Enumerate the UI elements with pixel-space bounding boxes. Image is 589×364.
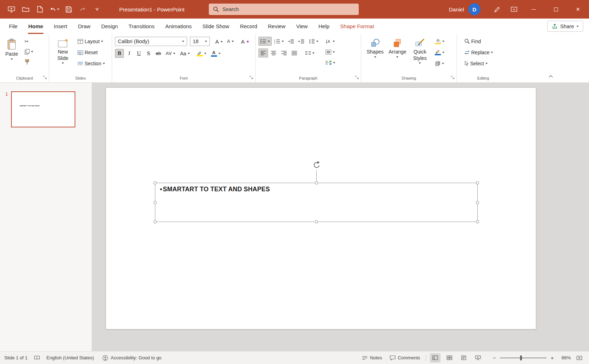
bold-button[interactable]: B — [115, 49, 124, 58]
resize-handle-ne[interactable] — [476, 181, 479, 184]
font-dialog-launcher[interactable] — [249, 75, 254, 80]
selected-text-box[interactable]: • SMARTART TO TEXT AND SHAPES — [155, 183, 478, 222]
tab-animations[interactable]: Animations — [160, 19, 197, 34]
comments-button[interactable]: Comments — [388, 354, 422, 362]
convert-to-smartart-button[interactable] — [324, 58, 337, 67]
spell-check-icon[interactable] — [34, 355, 40, 360]
notes-button[interactable]: Notes — [360, 354, 384, 362]
slide-indicator[interactable]: Slide 1 of 1 — [4, 355, 27, 360]
shapes-button[interactable]: Shapes — [364, 37, 386, 59]
line-spacing-button[interactable] — [307, 37, 320, 46]
select-button[interactable]: Select — [463, 59, 495, 68]
bullets-button[interactable] — [258, 37, 272, 46]
open-button[interactable] — [19, 3, 33, 16]
tab-review[interactable]: Review — [263, 19, 291, 34]
align-left-button[interactable] — [258, 49, 268, 57]
user-name[interactable]: Daniel — [449, 6, 464, 12]
font-color-button[interactable]: A — [209, 49, 222, 58]
resize-handle-nw[interactable] — [153, 181, 157, 184]
change-case-button[interactable]: Aa — [178, 49, 191, 58]
zoom-slider-thumb[interactable] — [520, 355, 522, 360]
font-name-combo[interactable]: Calibri (Body) — [115, 37, 187, 46]
tab-file[interactable]: File — [4, 19, 23, 34]
character-spacing-button[interactable]: AV — [164, 49, 177, 58]
clear-formatting-button[interactable]: A◆ — [239, 37, 251, 46]
drawing-dialog-launcher[interactable] — [450, 75, 455, 80]
tab-shape-format[interactable]: Shape Format — [335, 19, 379, 34]
italic-button[interactable]: I — [125, 49, 134, 58]
shape-fill-button[interactable] — [433, 37, 446, 46]
paste-button[interactable]: Paste — [3, 37, 21, 61]
align-right-button[interactable] — [279, 49, 289, 57]
find-button[interactable]: Find — [463, 37, 495, 46]
numbering-button[interactable]: 123 — [272, 37, 286, 46]
fit-slide-button[interactable] — [574, 353, 585, 363]
justify-button[interactable] — [290, 49, 299, 57]
format-painter-button[interactable] — [23, 57, 35, 66]
avatar[interactable]: D — [468, 3, 480, 15]
tab-design[interactable]: Design — [96, 19, 123, 34]
tab-draw[interactable]: Draw — [72, 19, 96, 34]
clipboard-dialog-launcher[interactable] — [42, 75, 47, 80]
new-slide-button[interactable]: New Slide — [52, 37, 74, 65]
start-slideshow-button[interactable] — [4, 3, 19, 16]
pen-button[interactable] — [488, 0, 505, 19]
language-indicator[interactable]: English (United States) — [46, 355, 94, 360]
close-button[interactable]: × — [567, 0, 589, 19]
reading-view-button[interactable] — [458, 353, 469, 363]
resize-handle-w[interactable] — [153, 201, 157, 204]
zoom-out-button[interactable]: − — [492, 355, 497, 361]
zoom-in-button[interactable]: + — [550, 355, 555, 361]
columns-button[interactable] — [303, 49, 316, 57]
customize-qat-button[interactable] — [90, 3, 104, 16]
resize-handle-s[interactable] — [315, 220, 318, 223]
resize-handle-se[interactable] — [476, 220, 479, 223]
decrease-font-size-button[interactable]: A — [225, 37, 236, 46]
slide-thumbnail[interactable]: •SMARTART TO TEXT AND SHAPES — [11, 91, 75, 127]
rotation-handle[interactable] — [312, 161, 321, 170]
reset-button[interactable]: Reset — [76, 48, 107, 57]
layout-button[interactable]: Layout — [76, 37, 107, 46]
shape-outline-button[interactable] — [433, 48, 446, 57]
cut-button[interactable]: ✂ — [23, 37, 35, 46]
minimize-button[interactable] — [523, 0, 545, 19]
text-box-content[interactable]: • SMARTART TO TEXT AND SHAPES — [160, 186, 477, 193]
zoom-slider[interactable] — [500, 358, 547, 358]
normal-view-button[interactable] — [430, 353, 441, 363]
slide-editing-area[interactable]: • SMARTART TO TEXT AND SHAPES — [92, 83, 589, 351]
tab-record[interactable]: Record — [235, 19, 262, 34]
tab-slide-show[interactable]: Slide Show — [197, 19, 235, 34]
tab-view[interactable]: View — [291, 19, 313, 34]
font-size-combo[interactable]: 18 — [190, 37, 210, 46]
strikethrough-button[interactable]: ab — [154, 49, 163, 58]
resize-handle-e[interactable] — [476, 201, 479, 204]
increase-indent-button[interactable] — [297, 37, 306, 46]
new-file-button[interactable] — [33, 3, 47, 16]
tab-home[interactable]: Home — [23, 19, 49, 34]
sh effects-button[interactable] — [433, 59, 446, 68]
slide[interactable]: • SMARTART TO TEXT AND SHAPES — [106, 87, 536, 329]
tab-help[interactable]: Help — [313, 19, 335, 34]
tab-insert[interactable]: Insert — [49, 19, 73, 34]
redo-button[interactable] — [76, 3, 90, 16]
tab-transitions[interactable]: Transitions — [123, 19, 160, 34]
collapse-ribbon-button[interactable] — [547, 73, 555, 80]
ribbon-display-options-button[interactable] — [505, 0, 523, 19]
accessibility-checker[interactable]: Accessibility: Good to go — [100, 354, 163, 362]
slide-text[interactable]: SMARTART TO TEXT AND SHAPES — [163, 186, 270, 193]
align-center-button[interactable] — [269, 49, 278, 57]
resize-handle-sw[interactable] — [153, 220, 157, 223]
copy-button[interactable] — [23, 47, 35, 56]
text-highlight-button[interactable] — [195, 49, 208, 58]
paragraph-dialog-launcher[interactable] — [354, 75, 359, 80]
arrange-button[interactable]: Arrange — [386, 37, 409, 59]
maximize-button[interactable] — [545, 0, 567, 19]
text-direction-button[interactable]: A — [324, 37, 337, 46]
slide-sorter-view-button[interactable] — [444, 353, 455, 363]
replace-button[interactable]: Replace — [463, 48, 495, 57]
search-input[interactable] — [222, 6, 354, 12]
align-text-button[interactable] — [324, 47, 337, 56]
underline-button[interactable]: U — [135, 49, 143, 58]
save-button[interactable] — [61, 3, 76, 16]
resize-handle-n[interactable] — [315, 181, 318, 184]
